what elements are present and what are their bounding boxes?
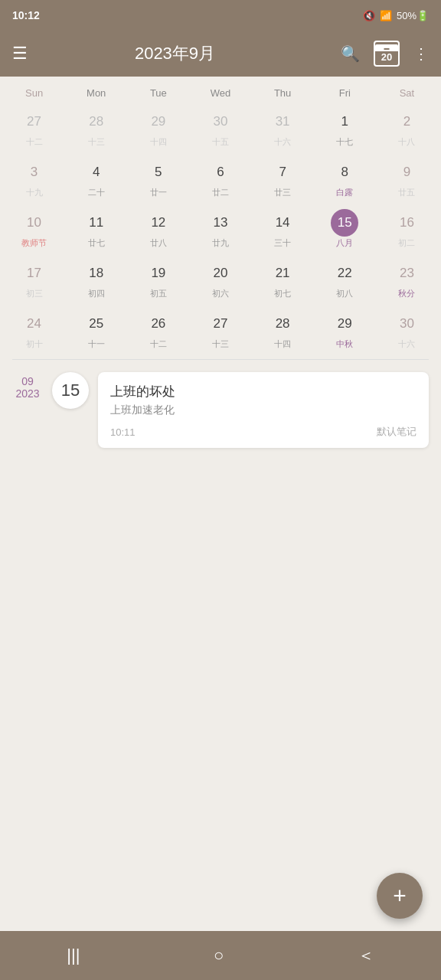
day-cell[interactable]: 21 初七 (252, 255, 314, 305)
weekday-sat: Sat (376, 83, 438, 103)
day-number: 26 (145, 310, 172, 338)
day-sub: 十九 (26, 187, 43, 198)
day-cell[interactable]: 9 廿五 (376, 154, 438, 204)
day-cell[interactable]: 16 初二 (376, 204, 438, 255)
status-time: 10:12 (12, 9, 40, 21)
day-sub: 初八 (336, 288, 353, 299)
day-sub: 十八 (398, 136, 415, 148)
day-sub: 八月 (336, 237, 353, 249)
day-sub: 初七 (274, 288, 291, 299)
day-cell[interactable]: 30 十五 (189, 103, 251, 154)
day-sub: 初六 (212, 288, 229, 299)
day-number: 17 (21, 260, 48, 287)
day-sub: 廿九 (212, 237, 229, 249)
day-number: 10 (21, 209, 48, 237)
day-number: 27 (207, 310, 234, 338)
day-cell[interactable]: 27 十三 (189, 305, 251, 356)
day-number: 30 (393, 310, 420, 338)
day-number: 4 (83, 158, 110, 186)
section-divider (12, 359, 429, 360)
day-sub: 初四 (88, 288, 105, 299)
day-cell[interactable]: 10 教师节 (3, 204, 65, 255)
day-sub: 廿七 (88, 237, 105, 249)
weekday-wed: Wed (189, 83, 251, 103)
calendar-icon-header: ▬ (375, 44, 398, 51)
day-sub: 廿三 (274, 187, 291, 198)
day-cell[interactable]: 6 廿二 (189, 154, 251, 204)
day-sub: 十六 (398, 338, 415, 350)
day-sub: 十六 (274, 136, 291, 148)
day-cell[interactable]: 28 十四 (252, 305, 314, 356)
day-cell[interactable]: 29 十四 (127, 103, 189, 154)
day-sub: 十五 (212, 136, 229, 148)
day-cell[interactable]: 8 白露 (314, 154, 376, 204)
day-cell[interactable]: 26 十二 (127, 305, 189, 356)
day-cell[interactable]: 14 三十 (252, 204, 314, 255)
day-sub: 秋分 (398, 288, 415, 299)
day-cell[interactable]: 2 十八 (376, 103, 438, 154)
selected-day: 15 (61, 381, 80, 400)
more-options-button[interactable]: ⋮ (413, 44, 429, 63)
day-number: 9 (393, 158, 420, 186)
day-cell[interactable]: 25 十一 (65, 305, 127, 356)
day-sub: 廿一 (150, 187, 167, 198)
weekday-header: Sun Mon Tue Wed Thu Fri Sat (0, 83, 441, 103)
home-button[interactable]: ○ (195, 936, 242, 975)
day-number: 25 (83, 310, 110, 338)
back-button[interactable]: ||| (48, 936, 98, 975)
day-cell[interactable]: 18 初四 (65, 255, 127, 305)
day-cell[interactable]: 24 初十 (3, 305, 65, 356)
day-cell[interactable]: 23 秋分 (376, 255, 438, 305)
mute-icon: 🔇 (363, 10, 375, 21)
add-note-fab[interactable]: + (377, 873, 423, 919)
day-cell[interactable]: 12 廿八 (127, 204, 189, 255)
day-cell[interactable]: 3 十九 (3, 154, 65, 204)
status-bar: 10:12 🔇 📶 50%🔋 (0, 0, 441, 31)
day-cell-today[interactable]: 15 八月 (314, 204, 376, 255)
day-number: 2 (393, 108, 420, 136)
note-card[interactable]: 上班的坏处 上班加速老化 10:11 默认笔记 (98, 372, 429, 448)
note-time: 10:11 (110, 426, 136, 438)
day-cell[interactable]: 11 廿七 (65, 204, 127, 255)
day-sub: 十四 (274, 338, 291, 350)
day-cell[interactable]: 30 十六 (376, 305, 438, 356)
day-cell[interactable]: 1 十七 (314, 103, 376, 154)
weekday-sun: Sun (3, 83, 65, 103)
day-cell[interactable]: 28 十三 (65, 103, 127, 154)
day-cell[interactable]: 4 二十 (65, 154, 127, 204)
calendar-icon-button[interactable]: ▬ 20 (374, 41, 400, 67)
day-number: 24 (21, 310, 48, 338)
day-cell[interactable]: 27 十二 (3, 103, 65, 154)
selected-year: 2023 (15, 387, 39, 400)
selected-month-year: 09 2023 (12, 372, 43, 400)
day-cell[interactable]: 22 初八 (314, 255, 376, 305)
day-cell[interactable]: 7 廿三 (252, 154, 314, 204)
back-gesture-button[interactable]: ＜ (339, 935, 393, 976)
day-cell[interactable]: 13 廿九 (189, 204, 251, 255)
status-icons: 🔇 📶 50%🔋 (363, 10, 429, 21)
day-sub: 十四 (150, 136, 167, 148)
day-number: 11 (83, 209, 110, 237)
day-cell[interactable]: 5 廿一 (127, 154, 189, 204)
day-number: 13 (207, 209, 234, 237)
day-cell[interactable]: 29 中秋 (314, 305, 376, 356)
battery-icon: 50%🔋 (397, 10, 429, 21)
search-button[interactable]: 🔍 (341, 44, 360, 63)
weekday-thu: Thu (252, 83, 314, 103)
day-cell[interactable]: 20 初六 (189, 255, 251, 305)
day-cell[interactable]: 17 初三 (3, 255, 65, 305)
day-number: 8 (331, 158, 358, 186)
day-cell[interactable]: 31 十六 (252, 103, 314, 154)
day-sub: 十二 (150, 338, 167, 350)
weekday-mon: Mon (65, 83, 127, 103)
day-number: 31 (269, 108, 296, 136)
day-number: 18 (83, 260, 110, 287)
hamburger-menu-button[interactable]: ☰ (12, 44, 28, 64)
day-number: 5 (145, 158, 172, 186)
day-number: 30 (207, 108, 234, 136)
selected-day-circle[interactable]: 15 (52, 372, 89, 409)
day-number: 27 (21, 108, 48, 136)
wifi-icon: 📶 (380, 10, 392, 21)
day-cell[interactable]: 19 初五 (127, 255, 189, 305)
day-sub: 白露 (336, 187, 353, 198)
